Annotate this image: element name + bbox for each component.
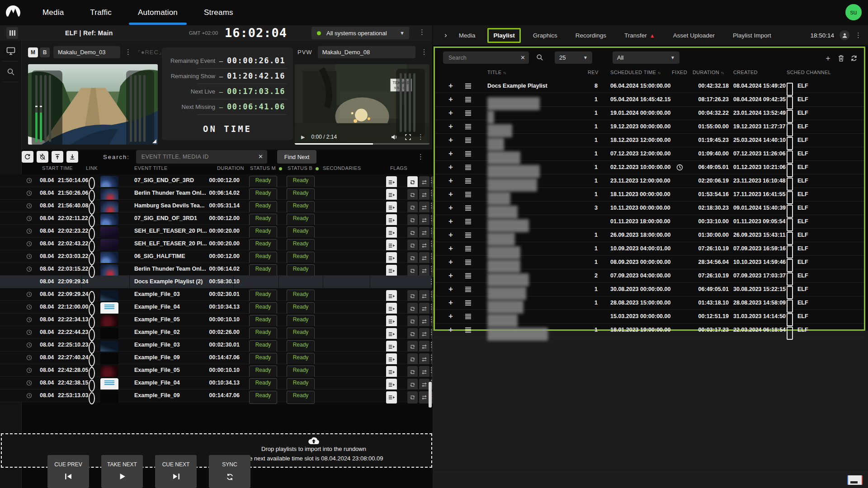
link-circle[interactable] xyxy=(89,342,95,354)
col-start-time[interactable]: START TIME xyxy=(42,165,73,171)
playlist-row[interactable]: + 1 19.12.2023 00:00:00.00 01:55:00.00 1… xyxy=(435,120,864,134)
event-title[interactable]: Example_File_05 xyxy=(134,364,180,376)
append-playlist-icon[interactable]: + xyxy=(448,215,453,228)
loop-flag-icon[interactable] xyxy=(407,315,418,328)
secondary-events-icon[interactable] xyxy=(386,366,397,378)
pcol-title[interactable]: TITLE ↑↓ xyxy=(487,70,506,75)
rundown-event-row[interactable]: 08.04 22:02:11.22 07_SIG_END_OF_3RD1 00:… xyxy=(0,212,432,225)
playlist-row[interactable]: + 1 10.09.2023 04:00:01.00 07:26:10.19 0… xyxy=(435,242,864,256)
append-playlist-icon[interactable]: + xyxy=(448,269,453,282)
rundown-event-row[interactable]: 08.04 22:22:44.23 Example_File_02 00:02:… xyxy=(0,326,432,339)
nav-tab-media[interactable]: Media xyxy=(42,0,64,25)
link-circle[interactable] xyxy=(89,392,95,404)
refresh-playlists-button[interactable] xyxy=(850,55,858,62)
panel-tab-graphics[interactable]: Graphics xyxy=(533,32,557,39)
append-playlist-icon[interactable]: + xyxy=(448,133,453,146)
reload-rundown-button[interactable] xyxy=(22,151,33,163)
col-flags[interactable]: FLAGS xyxy=(390,165,407,171)
event-thumbnail[interactable] xyxy=(100,176,118,188)
event-thumbnail[interactable] xyxy=(100,252,118,264)
sync-button[interactable]: SYNC xyxy=(209,455,250,488)
loop-flag-icon[interactable] xyxy=(407,214,418,226)
page-size-select[interactable]: 25▼ xyxy=(555,52,592,64)
layout-grid-button[interactable] xyxy=(6,27,18,39)
rundown-event-row[interactable]: 08.04 22:42:38.15 Example_File_04 00:10:… xyxy=(0,377,432,389)
volume-icon[interactable] xyxy=(391,134,398,140)
secondary-events-icon[interactable] xyxy=(386,341,397,353)
seek-bar[interactable] xyxy=(295,143,429,145)
event-thumbnail[interactable] xyxy=(100,328,118,340)
sort-icon[interactable]: ↑↓ xyxy=(721,71,723,75)
loop-flag-icon[interactable] xyxy=(407,265,418,277)
secondary-events-icon[interactable] xyxy=(386,252,397,264)
append-playlist-icon[interactable]: + xyxy=(448,296,453,309)
loop-flag-icon[interactable] xyxy=(407,227,418,239)
event-thumbnail[interactable] xyxy=(100,302,118,314)
append-playlist-icon[interactable]: + xyxy=(448,228,453,241)
keyboard-icon[interactable] xyxy=(847,475,863,485)
rundown-event-row[interactable]: 08.04 22:09:29.24 Example_File_03 00:02:… xyxy=(0,288,432,301)
append-playlist-icon[interactable]: + xyxy=(448,282,453,296)
link-circle[interactable] xyxy=(89,329,95,341)
secondary-events-icon[interactable] xyxy=(386,227,397,239)
event-thumbnail[interactable] xyxy=(100,264,118,277)
cue-prev-button[interactable]: CUE PREV xyxy=(47,455,89,488)
playlist-row[interactable]: + Docs Example Playlist 8 06.04.2024 15:… xyxy=(435,80,864,93)
clear-search-icon[interactable]: ✕ xyxy=(258,153,263,160)
event-title[interactable]: Example_File_02 xyxy=(134,326,180,338)
rundown-event-row[interactable]: 08.04 22:53:13.03 Example_File_09 00:14:… xyxy=(0,389,432,402)
playlist-clear-search-icon[interactable]: ✕ xyxy=(520,54,525,61)
pvw-video-menu-button[interactable]: ⋮ xyxy=(417,134,424,141)
link-circle[interactable] xyxy=(89,215,95,227)
col-event-title[interactable]: EVENT TITLE xyxy=(134,165,168,171)
rundown-event-row[interactable]: 08.04 21:56:40.08 Hamburg Sea Devils Tea… xyxy=(0,200,432,212)
pvw-menu-button[interactable]: ⋮ xyxy=(421,49,428,56)
right-panel-menu-button[interactable]: ⋮ xyxy=(855,32,862,39)
loop-flag-icon[interactable] xyxy=(407,353,418,366)
append-playlist-icon[interactable]: + xyxy=(448,93,453,106)
rec-button[interactable]: ⌜●REC⌟ xyxy=(138,49,162,56)
event-thumbnail[interactable] xyxy=(100,201,118,213)
link-circle[interactable] xyxy=(89,304,95,316)
event-thumbnail[interactable] xyxy=(100,378,118,390)
panel-tab-asset-uploader[interactable]: Asset Uploader xyxy=(673,32,715,39)
event-title[interactable]: Example_File_04 xyxy=(134,377,180,389)
cue-next-button[interactable]: CUE NEXT xyxy=(155,455,197,488)
col-status-b[interactable]: STATUS B xyxy=(288,165,319,171)
append-playlist-icon[interactable]: + xyxy=(448,201,453,214)
panel-tab-transfer[interactable]: Transfer▲ xyxy=(624,32,655,39)
link-circle[interactable] xyxy=(89,367,95,379)
event-title[interactable]: 06_SIG_HALFTIME xyxy=(134,250,185,263)
playlist-row[interactable]: + 1 05.04.2024 16:45:42.15 08:17:26.23 0… xyxy=(435,93,864,107)
secondary-events-icon[interactable] xyxy=(386,379,397,391)
playlist-row[interactable]: + 01.11.2023 18:00:00.00 00:33:10.00 01.… xyxy=(435,215,864,229)
pcol-fixed[interactable]: FIXED xyxy=(672,70,687,75)
player-a-video[interactable] xyxy=(28,64,158,145)
col-link[interactable]: LINK xyxy=(86,165,98,171)
event-thumbnail[interactable] xyxy=(100,391,118,403)
event-title[interactable]: Example_File_09 xyxy=(134,352,180,364)
panel-tab-playlist-import[interactable]: Playlist Import xyxy=(733,32,771,39)
rundown-menu-button[interactable]: ⋮ xyxy=(417,154,424,160)
link-circle[interactable] xyxy=(89,380,95,392)
append-playlist-icon[interactable]: + xyxy=(448,323,453,336)
rundown-event-row[interactable]: 08.04 22:25:10.23 Example_File_03 00:02:… xyxy=(0,339,432,352)
playlist-row[interactable]: + 3 10.11.2023 00:00:00.00 02:18:30.23 0… xyxy=(435,202,864,215)
playlist-row[interactable]: + 1 23.11.2023 12:00:00.00 02:20:06.19 2… xyxy=(435,174,864,188)
append-playlist-icon[interactable]: + xyxy=(448,106,453,119)
rundown-event-row[interactable]: 08.04 22:03:03.22 06_SIG_HALFTIME 00:00:… xyxy=(0,250,432,263)
link-circle[interactable] xyxy=(89,177,95,189)
rundown-event-row[interactable]: 08.04 22:27:40.24 Example_File_09 00:14:… xyxy=(0,352,432,364)
playlist-row[interactable]: + 1 08.09.2023 00:00:00.00 28:34:56.04 1… xyxy=(435,256,864,269)
secondary-events-icon[interactable] xyxy=(386,391,397,404)
secondary-events-icon[interactable] xyxy=(386,202,397,214)
event-title[interactable]: Example_File_03 xyxy=(134,339,180,351)
event-thumbnail[interactable] xyxy=(100,188,118,201)
playlist-row[interactable]: + 1 30.08.2023 00:00:00.00 06:49:05.01 3… xyxy=(435,283,864,296)
monitor-view-button[interactable] xyxy=(0,47,21,55)
event-thumbnail[interactable] xyxy=(100,366,118,378)
col-status-m[interactable]: STATUS M xyxy=(250,165,282,171)
loop-flag-icon[interactable] xyxy=(407,189,418,201)
search-view-button[interactable] xyxy=(0,68,21,76)
playlist-row[interactable]: + 1 19.01.2024 00:00:00.00 00:04:32.22 2… xyxy=(435,107,864,120)
